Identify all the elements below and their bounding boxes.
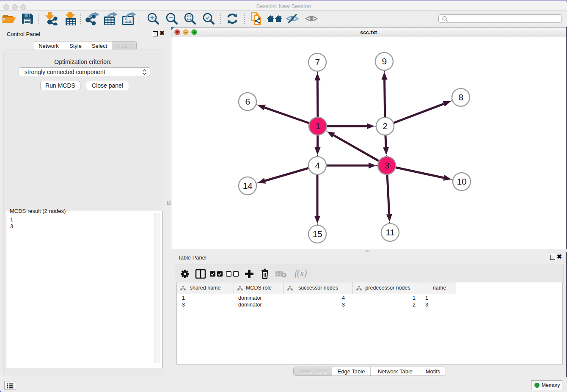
- svg-text:1: 1: [315, 121, 320, 131]
- svg-text:9: 9: [382, 56, 386, 66]
- svg-text:8: 8: [458, 92, 463, 102]
- svg-text:2: 2: [383, 121, 387, 131]
- svg-text:15: 15: [313, 229, 322, 239]
- svg-text:14: 14: [243, 181, 253, 190]
- svg-text:10: 10: [457, 177, 466, 186]
- svg-text:7: 7: [315, 57, 319, 67]
- svg-text:3: 3: [384, 160, 389, 170]
- svg-text:11: 11: [386, 227, 395, 237]
- svg-text:6: 6: [245, 97, 250, 106]
- svg-text:4: 4: [315, 160, 320, 170]
